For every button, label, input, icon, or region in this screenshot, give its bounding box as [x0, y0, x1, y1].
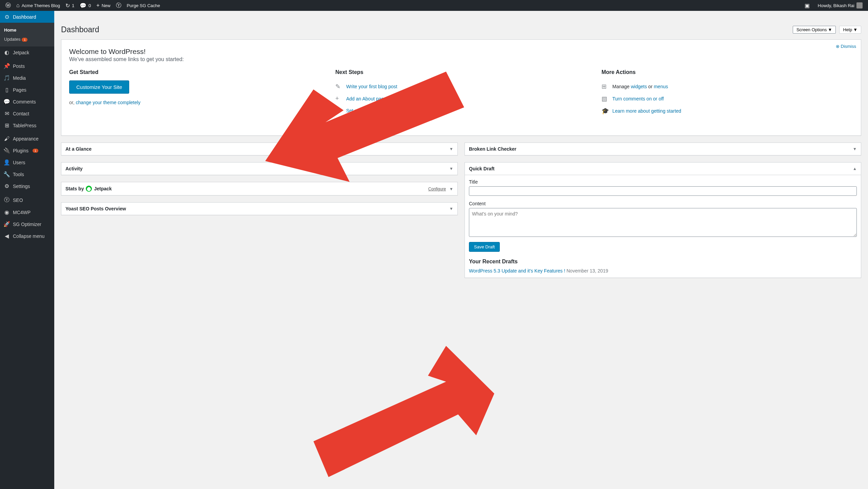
screen-options-label: Screen Options [796, 27, 827, 32]
add-about-link[interactable]: Add an About page [346, 96, 387, 101]
home-icon: ⌂ [16, 2, 20, 8]
settings-label: Settings [13, 184, 30, 189]
widgets-link[interactable]: widgets [631, 84, 647, 89]
new-link[interactable]: +New [94, 0, 113, 11]
change-theme-link[interactable]: change your theme completely [76, 100, 140, 105]
stats-by-text: Stats by [65, 186, 84, 191]
notification-icon: ▣ [805, 2, 810, 9]
title-field-label: Title [469, 179, 857, 185]
sidebar-item-seo[interactable]: ⓎSEO [0, 194, 54, 206]
dashboard-grid: At a Glance ▼ Activity ▼ Stats by ⬤ Jetp… [61, 143, 861, 278]
sidebar-item-sgoptimizer[interactable]: 🚀SG Optimizer [0, 218, 54, 230]
at-a-glance-header[interactable]: At a Glance ▼ [61, 143, 457, 155]
site-name-text: Acme Themes Blog [22, 3, 60, 8]
sidebar-item-comments[interactable]: 💬Comments [0, 96, 54, 108]
learn-icon: 🎓 [601, 107, 608, 115]
quick-draft-header[interactable]: Quick Draft ▲ [465, 163, 861, 175]
dismiss-button[interactable]: ⊗Dismiss [836, 44, 856, 49]
notification-link[interactable]: ▣ [802, 0, 812, 11]
recent-drafts-heading: Your Recent Drafts [469, 259, 857, 265]
sidebar-item-pages[interactable]: ▯Pages [0, 84, 54, 96]
sidebar-collapse[interactable]: ◀Collapse menu [0, 230, 54, 242]
collapse-label: Collapse menu [13, 233, 44, 239]
sidebar-item-dashboard[interactable]: ⊙Dashboard [0, 11, 54, 23]
posts-label: Posts [13, 63, 25, 69]
at-a-glance-widget: At a Glance ▼ [61, 143, 458, 155]
jetpack-logo-icon: ⬤ [86, 186, 92, 192]
greeting-text: Howdy, Bikash Rai [818, 3, 854, 8]
pin-icon: 📌 [3, 63, 10, 69]
sgoptimizer-label: SG Optimizer [13, 222, 41, 227]
users-label: Users [13, 160, 25, 165]
broken-link-header[interactable]: Broken Link Checker ▼ [465, 143, 861, 155]
jetpack-label: Jetpack [13, 50, 29, 55]
next-steps-column: Next Steps ✎Write your first blog post +… [335, 69, 591, 129]
submenu-updates[interactable]: Updates1 [0, 35, 54, 44]
stats-header[interactable]: Stats by ⬤ Jetpack Configure▼ [61, 182, 457, 195]
sidebar-item-posts[interactable]: 📌Posts [0, 60, 54, 72]
purge-cache-link[interactable]: Purge SG Cache [124, 0, 163, 11]
yoast-seo-icon: Ⓨ [3, 196, 10, 204]
or-change-theme: or, change your theme completely [69, 100, 325, 105]
turn-comments-link[interactable]: Turn comments on or off [612, 96, 664, 101]
rocket-icon: 🚀 [3, 221, 10, 227]
sidebar-item-tools[interactable]: 🔧Tools [0, 168, 54, 180]
welcome-title: Welcome to WordPress! [69, 48, 857, 56]
sidebar-item-jetpack[interactable]: ◐Jetpack [0, 46, 54, 58]
screen-options-button[interactable]: Screen Options ▼ [793, 26, 836, 34]
broken-link-title: Broken Link Checker [469, 146, 516, 152]
activity-widget: Activity ▼ [61, 162, 458, 175]
widgets-icon: ⊞ [601, 83, 608, 90]
write-icon: ✎ [335, 83, 342, 90]
dashboard-icon: ⊙ [3, 14, 10, 20]
seo-label: SEO [13, 198, 23, 203]
view-site-link[interactable]: View your site [346, 120, 376, 125]
refresh-link[interactable]: ↻1 [63, 0, 77, 11]
more-actions-heading: More Actions [601, 69, 857, 75]
configure-link[interactable]: Configure [428, 187, 446, 191]
write-post-link[interactable]: Write your first blog post [346, 84, 397, 89]
new-label: New [102, 3, 111, 8]
sidebar-item-plugins[interactable]: 🔌Plugins1 [0, 145, 54, 156]
sidebar-item-users[interactable]: 👤Users [0, 156, 54, 168]
draft-title-input[interactable] [469, 186, 857, 196]
media-label: Media [13, 75, 26, 81]
help-button[interactable]: Help ▼ [839, 26, 861, 34]
wp-logo[interactable]: ⓦ [3, 0, 14, 11]
plus-page-icon: + [335, 95, 342, 102]
sidebar-item-media[interactable]: 🎵Media [0, 72, 54, 84]
sidebar-item-contact[interactable]: ✉Contact [0, 108, 54, 119]
sidebar-item-mc4wp[interactable]: ◉MC4WP [0, 206, 54, 218]
comments-link[interactable]: 💬0 [77, 0, 94, 11]
appearance-label: Appearance [13, 136, 39, 142]
house-icon: ⌂ [335, 107, 342, 114]
save-draft-button[interactable]: Save Draft [469, 242, 500, 252]
menus-link[interactable]: menus [654, 84, 668, 89]
sidebar-item-appearance[interactable]: 🖌Appearance [0, 133, 54, 145]
sidebar-item-settings[interactable]: ⚙Settings [0, 180, 54, 192]
customize-site-button[interactable]: Customize Your Site [69, 80, 129, 94]
avatar-icon [856, 2, 863, 8]
mailchimp-icon: ◉ [3, 209, 10, 215]
collapse-icon: ◀ [3, 233, 10, 239]
purge-label: Purge SG Cache [127, 3, 160, 8]
recent-draft-link[interactable]: WordPress 5.3 Update and it's Key Featur… [469, 268, 565, 274]
user-icon: 👤 [3, 159, 10, 166]
draft-content-textarea[interactable] [469, 208, 857, 237]
chevron-down-icon: ▼ [853, 147, 857, 151]
setup-home-link[interactable]: Set up your homepage [346, 108, 394, 113]
dashboard-submenu: Home Updates1 [0, 23, 54, 46]
yoast-title: Yoast SEO Posts Overview [65, 206, 126, 211]
yoast-link[interactable]: Ⓨ [113, 0, 124, 11]
sidebar-item-tablepress[interactable]: ⊞TablePress [0, 119, 54, 131]
learn-more-link[interactable]: Learn more about getting started [612, 108, 681, 114]
site-name-link[interactable]: ⌂Acme Themes Blog [14, 0, 63, 11]
comment-toggle-icon: ▧ [601, 95, 608, 102]
user-greeting[interactable]: Howdy, Bikash Rai [815, 0, 865, 11]
comments-label: Comments [13, 99, 36, 105]
quick-draft-title: Quick Draft [469, 166, 494, 171]
submenu-home[interactable]: Home [0, 25, 54, 35]
yoast-header[interactable]: Yoast SEO Posts Overview ▼ [61, 203, 457, 215]
activity-header[interactable]: Activity ▼ [61, 163, 457, 175]
chevron-down-icon: ▼ [828, 27, 832, 32]
